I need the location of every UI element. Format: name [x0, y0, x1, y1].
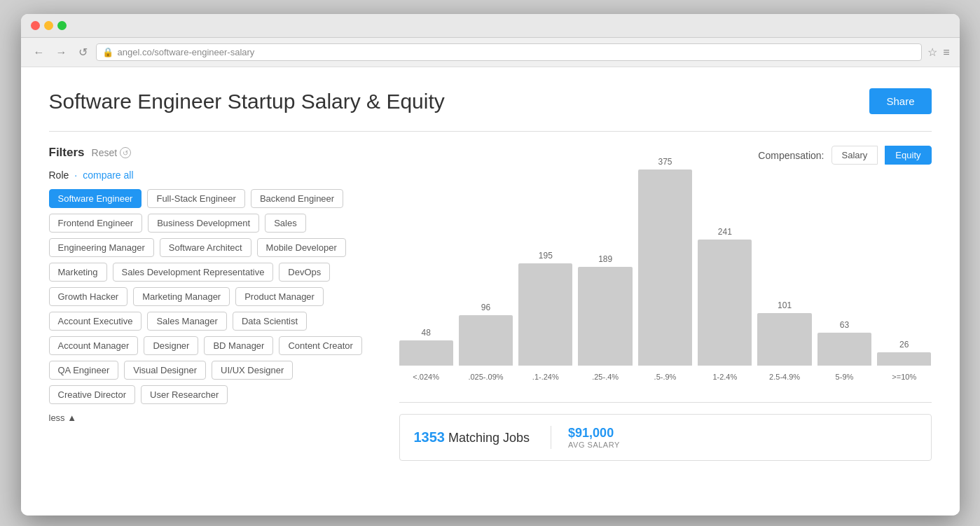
bar-label: 5-9%	[836, 373, 854, 381]
bar	[399, 340, 453, 366]
bar-group: 635-9%	[817, 320, 871, 381]
reset-button[interactable]: Reset ↺	[92, 147, 132, 158]
role-tag[interactable]: Creative Director	[49, 385, 136, 404]
salary-toggle-button[interactable]: Salary	[831, 146, 878, 165]
close-button[interactable]	[31, 21, 40, 30]
role-label: Role	[49, 169, 69, 181]
address-text: angel.co/software-engineer-salary	[118, 47, 255, 57]
menu-icon[interactable]: ≡	[943, 46, 949, 59]
bar	[578, 267, 632, 366]
bar	[518, 263, 572, 366]
role-tag[interactable]: Account Executive	[49, 312, 142, 331]
lock-icon: 🔒	[102, 47, 113, 57]
bar-value: 96	[481, 303, 490, 312]
share-button[interactable]: Share	[869, 88, 931, 114]
less-button[interactable]: less ▲	[49, 413, 77, 423]
reset-label: Reset	[92, 147, 118, 158]
bar-group: 2411-2.4%	[698, 227, 752, 381]
role-tag[interactable]: Sales Development Representative	[113, 263, 274, 282]
titlebar	[21, 14, 960, 38]
matching-jobs-count: 1353	[414, 429, 446, 445]
bar-label: >=10%	[892, 373, 916, 381]
bar-value: 48	[421, 328, 430, 338]
bar	[459, 315, 513, 366]
role-tag[interactable]: Software Architect	[160, 238, 251, 257]
bar-label: .1-.24%	[532, 373, 559, 381]
role-tag[interactable]: Designer	[144, 336, 198, 355]
page-title: Software Engineer Startup Salary & Equit…	[49, 90, 445, 113]
reset-icon: ↺	[120, 147, 131, 158]
bar-label: .025-.09%	[468, 373, 503, 381]
page-content: Software Engineer Startup Salary & Equit…	[21, 67, 960, 515]
role-tag[interactable]: DevOps	[279, 263, 330, 282]
summary-row: 1353 Matching Jobs $91,000 AVG SALARY	[399, 414, 932, 461]
role-tag[interactable]: Account Manager	[49, 336, 139, 355]
bar-label: .25-.4%	[592, 373, 619, 381]
role-tag[interactable]: Marketing	[49, 263, 107, 282]
role-tag[interactable]: Full-Stack Engineer	[147, 189, 244, 208]
page-header: Software Engineer Startup Salary & Equit…	[49, 88, 932, 114]
bar-value: 195	[539, 251, 553, 261]
role-tag[interactable]: Sales	[265, 214, 306, 233]
role-tag[interactable]: QA Engineer	[49, 361, 119, 380]
filters-label: Filters	[49, 146, 85, 160]
role-tag[interactable]: Sales Manager	[147, 312, 226, 331]
traffic-lights	[31, 21, 67, 30]
bar-value: 26	[899, 340, 909, 349]
bookmark-icon[interactable]: ☆	[927, 46, 937, 59]
role-tag[interactable]: Frontend Engineer	[49, 214, 143, 233]
role-tag[interactable]: Mobile Developer	[257, 238, 346, 257]
role-tags: Software EngineerFull-Stack EngineerBack…	[49, 189, 371, 404]
address-bar[interactable]: 🔒 angel.co/software-engineer-salary	[96, 43, 923, 61]
bar-value: 63	[840, 320, 849, 330]
browser-window: ← → ↺ 🔒 angel.co/software-engineer-salar…	[21, 14, 960, 515]
role-tag[interactable]: Content Creator	[279, 336, 362, 355]
chart-panel: Compensation: Salary Equity 48<.024%96.0…	[399, 146, 932, 461]
bar-group: 48<.024%	[399, 328, 453, 381]
main-area: Filters Reset ↺ Role · compare all Softw…	[49, 146, 932, 461]
filters-header: Filters Reset ↺	[49, 146, 371, 160]
bar-group: 375.5-.9%	[638, 157, 692, 381]
equity-toggle-button[interactable]: Equity	[885, 146, 931, 165]
bar	[877, 352, 931, 366]
bar-group: 1012.5-4.9%	[757, 300, 811, 381]
refresh-button[interactable]: ↺	[76, 44, 90, 60]
minimize-button[interactable]	[44, 21, 53, 30]
role-tag[interactable]: Marketing Manager	[133, 287, 230, 306]
bar-label: 2.5-4.9%	[769, 373, 800, 381]
role-tag[interactable]: Visual Designer	[124, 361, 206, 380]
bar-label: .5-.9%	[654, 373, 677, 381]
role-header: Role · compare all	[49, 169, 371, 181]
nav-bar: ← → ↺ 🔒 angel.co/software-engineer-salar…	[21, 38, 960, 67]
matching-jobs-label: Matching Jobs	[448, 431, 530, 445]
bar	[698, 240, 752, 366]
bar-group: 96.025-.09%	[459, 303, 513, 381]
role-tag[interactable]: Engineering Manager	[49, 238, 154, 257]
bar-value: 375	[658, 157, 672, 167]
bar-value: 189	[598, 254, 612, 264]
bar-label: 1-2.4%	[712, 373, 737, 381]
role-tag[interactable]: Software Engineer	[49, 189, 142, 208]
maximize-button[interactable]	[57, 21, 67, 30]
bar	[638, 169, 692, 366]
bar	[757, 313, 811, 366]
role-tag[interactable]: Data Scientist	[233, 312, 307, 331]
compensation-label: Compensation:	[758, 150, 824, 161]
compare-link[interactable]: compare all	[83, 169, 133, 181]
role-tag[interactable]: Backend Engineer	[251, 189, 343, 208]
role-tag[interactable]: BD Manager	[204, 336, 273, 355]
bar-value: 241	[718, 227, 732, 237]
role-tag[interactable]: Product Manager	[235, 287, 324, 306]
role-tag[interactable]: Growth Hacker	[49, 287, 128, 306]
bar-chart: 48<.024%96.025-.09%195.1-.24%189.25-.4%3…	[399, 179, 932, 403]
bar	[817, 333, 871, 366]
back-button[interactable]: ←	[31, 45, 48, 60]
role-tag[interactable]: UI/UX Designer	[212, 361, 293, 380]
forward-button[interactable]: →	[53, 45, 70, 60]
bar-group: 26>=10%	[877, 340, 931, 381]
bar-group: 195.1-.24%	[518, 251, 572, 381]
role-tag[interactable]: Business Development	[148, 214, 259, 233]
bar-group: 189.25-.4%	[578, 254, 632, 381]
salary-value: $91,000	[568, 426, 620, 441]
role-tag[interactable]: User Researcher	[141, 385, 228, 404]
